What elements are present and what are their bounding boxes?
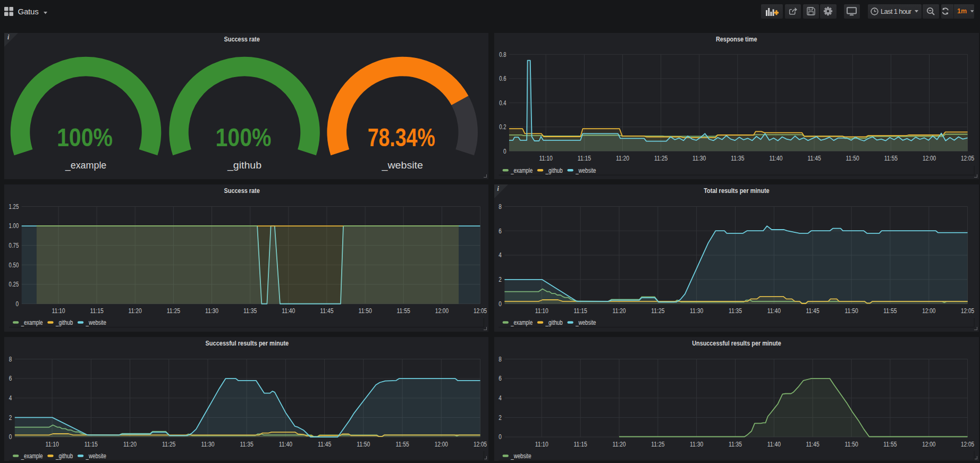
svg-text:11:30: 11:30	[690, 307, 703, 315]
svg-text:0.6: 0.6	[499, 75, 506, 82]
svg-text:11:25: 11:25	[167, 307, 180, 315]
svg-text:11:15: 11:15	[574, 307, 587, 315]
svg-text:11:55: 11:55	[883, 441, 897, 448]
svg-text:_github: _github	[55, 452, 73, 460]
svg-text:11:45: 11:45	[806, 441, 820, 448]
svg-text:11:55: 11:55	[396, 441, 409, 448]
svg-text:11:20: 11:20	[612, 307, 626, 315]
svg-text:12:00: 12:00	[435, 307, 449, 315]
svg-text:11:50: 11:50	[359, 307, 372, 315]
svg-text:_website: _website	[575, 167, 596, 174]
svg-text:11:35: 11:35	[729, 441, 742, 448]
svg-text:_website: _website	[86, 319, 106, 326]
svg-text:12:00: 12:00	[922, 441, 935, 448]
svg-text:12:05: 12:05	[961, 155, 974, 162]
svg-text:12:05: 12:05	[961, 307, 974, 315]
svg-text:11:50: 11:50	[357, 441, 370, 448]
svg-text:100%: 100%	[216, 123, 272, 151]
svg-text:6: 6	[499, 375, 502, 382]
svg-text:4: 4	[9, 394, 12, 402]
svg-text:_website: _website	[510, 452, 531, 460]
svg-text:Successful results per minute: Successful results per minute	[206, 339, 289, 347]
svg-text:0.2: 0.2	[499, 123, 506, 131]
svg-text:2: 2	[499, 414, 502, 422]
svg-text:0: 0	[499, 300, 502, 308]
svg-text:11:35: 11:35	[240, 441, 254, 448]
svg-text:2: 2	[499, 276, 502, 283]
svg-text:11:20: 11:20	[123, 441, 137, 448]
svg-text:11:25: 11:25	[651, 441, 664, 448]
svg-text:11:50: 11:50	[845, 307, 858, 315]
svg-text:_github: _github	[545, 167, 563, 174]
svg-text:0.50: 0.50	[9, 262, 19, 269]
svg-text:_github: _github	[545, 319, 563, 326]
svg-text:11:40: 11:40	[767, 441, 781, 448]
svg-text:11:20: 11:20	[129, 307, 142, 315]
svg-text:Total results per minute: Total results per minute	[704, 187, 770, 195]
svg-text:11:35: 11:35	[243, 307, 257, 315]
svg-text:11:40: 11:40	[767, 307, 781, 315]
svg-text:11:20: 11:20	[612, 441, 626, 448]
svg-text:11:55: 11:55	[884, 155, 898, 162]
svg-text:11:15: 11:15	[85, 441, 98, 448]
svg-text:_website: _website	[381, 160, 423, 171]
svg-text:11:45: 11:45	[320, 307, 333, 315]
svg-text:Success rate: Success rate	[224, 187, 260, 195]
svg-text:11:10: 11:10	[46, 441, 59, 448]
svg-text:11:40: 11:40	[769, 155, 782, 162]
svg-text:11:15: 11:15	[578, 155, 591, 162]
svg-text:_github: _github	[55, 319, 73, 326]
svg-text:11:45: 11:45	[806, 307, 820, 315]
svg-text:11:40: 11:40	[282, 307, 295, 315]
svg-text:0.25: 0.25	[9, 281, 19, 288]
svg-text:0.75: 0.75	[9, 242, 19, 249]
svg-text:11:15: 11:15	[90, 307, 104, 315]
svg-text:11:10: 11:10	[52, 307, 65, 315]
svg-text:_website: _website	[86, 452, 106, 460]
svg-text:11:15: 11:15	[574, 441, 587, 448]
svg-text:11:35: 11:35	[731, 155, 744, 162]
svg-text:_github: _github	[227, 160, 261, 171]
svg-text:11:10: 11:10	[535, 441, 548, 448]
svg-text:_example: _example	[21, 452, 43, 460]
svg-text:4: 4	[499, 251, 502, 259]
svg-text:11:30: 11:30	[205, 307, 218, 315]
svg-text:11:50: 11:50	[846, 155, 859, 162]
svg-text:2: 2	[9, 414, 12, 422]
svg-text:6: 6	[9, 375, 12, 382]
svg-text:_example: _example	[65, 160, 106, 171]
svg-text:12:00: 12:00	[923, 155, 936, 162]
svg-text:11:55: 11:55	[397, 307, 410, 315]
svg-text:0.8: 0.8	[499, 51, 506, 58]
svg-text:12:05: 12:05	[474, 307, 487, 315]
svg-text:0: 0	[16, 300, 19, 308]
svg-text:4: 4	[499, 394, 502, 402]
svg-text:0.4: 0.4	[499, 99, 506, 107]
svg-text:11:30: 11:30	[692, 155, 706, 162]
svg-text:11:45: 11:45	[318, 441, 331, 448]
svg-text:11:35: 11:35	[729, 307, 742, 315]
svg-text:Success rate: Success rate	[224, 35, 260, 43]
svg-text:Unsuccessful results per minut: Unsuccessful results per minute	[692, 339, 781, 347]
svg-text:11:10: 11:10	[539, 155, 553, 162]
svg-text:12:00: 12:00	[435, 441, 448, 448]
svg-text:11:45: 11:45	[808, 155, 821, 162]
svg-text:8: 8	[9, 356, 12, 363]
svg-text:11:10: 11:10	[535, 307, 548, 315]
svg-text:_example: _example	[511, 319, 533, 326]
svg-text:0: 0	[9, 433, 12, 441]
svg-text:1.25: 1.25	[9, 203, 19, 211]
svg-text:11:55: 11:55	[883, 307, 897, 315]
svg-text:12:05: 12:05	[474, 441, 487, 448]
svg-text:0: 0	[503, 148, 506, 155]
svg-text:_example: _example	[511, 167, 533, 174]
svg-text:11:25: 11:25	[162, 441, 175, 448]
svg-text:11:25: 11:25	[651, 307, 664, 315]
svg-text:0: 0	[499, 433, 502, 441]
svg-text:1.00: 1.00	[9, 222, 19, 230]
svg-text:12:00: 12:00	[922, 307, 935, 315]
svg-text:78.34%: 78.34%	[368, 123, 435, 151]
svg-text:100%: 100%	[57, 123, 113, 151]
svg-text:11:25: 11:25	[654, 155, 668, 162]
svg-text:8: 8	[499, 356, 502, 363]
